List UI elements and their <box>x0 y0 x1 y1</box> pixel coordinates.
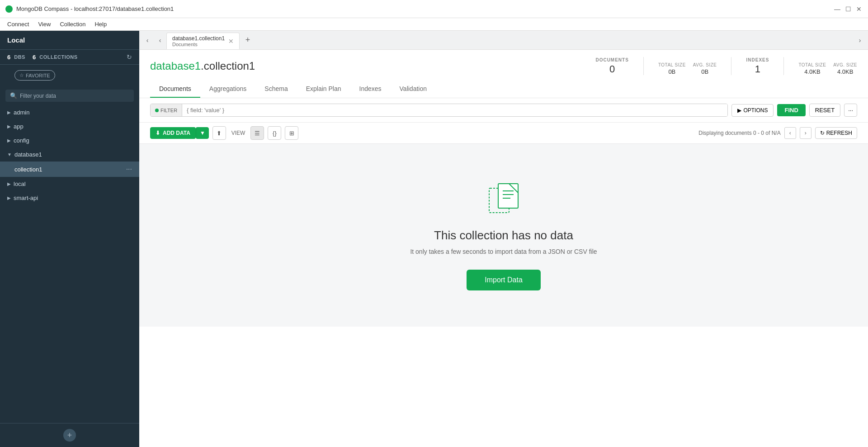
next-page-button[interactable]: › <box>800 127 811 139</box>
sidebar-item-config[interactable]: ▶ config <box>0 133 139 147</box>
filter-button[interactable]: FILTER <box>151 104 182 116</box>
collection-title-dot: . <box>201 60 204 72</box>
collection-header: database1 . collection1 DOCUMENTS 0 <box>139 50 868 98</box>
refresh-button[interactable]: ↻ REFRESH <box>815 127 857 139</box>
list-view-button[interactable]: ☰ <box>250 126 264 140</box>
tab-database1-collection1[interactable]: database1.collection1 Documents ✕ <box>166 33 240 49</box>
favorite-button[interactable]: ☆ FAVORITE <box>14 70 55 81</box>
stat-doc-sizes: TOTAL SIZE 0B AVG. SIZE 0B <box>658 62 717 75</box>
sidebar-item-collection1[interactable]: collection1 ··· <box>0 162 139 177</box>
collection-db-name: database1 <box>150 60 201 72</box>
documents-label: DOCUMENTS <box>595 57 628 62</box>
view-toolbar: ⬇ ADD DATA ▼ ⬆ VIEW ☰ {} ⊞ Dis <box>139 123 868 144</box>
index-avg-size-value: 4.0KB <box>837 68 853 75</box>
view-label: VIEW <box>231 130 245 136</box>
chevron-down-icon: ▼ <box>7 152 12 157</box>
stat-divider-1 <box>643 57 644 75</box>
add-data-dropdown-button[interactable]: ▼ <box>196 127 209 139</box>
collection-coll-name: collection1 <box>204 60 255 72</box>
upload-icon: ⬆ <box>217 130 222 137</box>
maximize-button[interactable]: ☐ <box>844 5 852 13</box>
chevron-right-icon: ▶ <box>7 110 11 115</box>
tab-close-button[interactable]: ✕ <box>228 38 234 45</box>
import-data-button[interactable]: Import Data <box>467 270 541 290</box>
db-name-config: config <box>14 137 29 144</box>
table-view-button[interactable]: ⊞ <box>285 126 298 140</box>
search-box: 🔍 <box>5 90 134 102</box>
reset-button[interactable]: RESET <box>809 104 840 117</box>
tab-indexes[interactable]: Indexes <box>350 81 391 98</box>
table-icon: ⊞ <box>289 130 294 137</box>
collection-stats: DOCUMENTS 0 TOTAL SIZE 0B AVG. SIZE <box>595 57 857 75</box>
chevron-right-icon: ▶ <box>737 107 741 114</box>
content-area: ‹ ‹ database1.collection1 Documents ✕ + … <box>139 31 868 447</box>
sidebar-item-admin[interactable]: ▶ admin <box>0 105 139 119</box>
close-button[interactable]: ✕ <box>855 5 863 13</box>
more-options-button[interactable]: ··· <box>844 104 857 117</box>
main-layout: Local 6 DBS 6 COLLECTIONS ↻ ☆ FAVORITE 🔍… <box>0 31 868 447</box>
empty-state-title: This collection has no data <box>434 228 573 243</box>
tab-schema[interactable]: Schema <box>255 81 297 98</box>
menu-connect[interactable]: Connect <box>4 20 33 29</box>
menu-view[interactable]: View <box>34 20 54 29</box>
tab-nav-right[interactable]: › <box>854 37 866 44</box>
code-icon: {} <box>273 130 277 137</box>
tab-documents[interactable]: Documents <box>150 81 200 98</box>
collection-name-collection1: collection1 <box>14 166 42 173</box>
tab-nav-left[interactable]: ‹ <box>141 31 154 49</box>
stat-index-sizes: TOTAL SIZE 4.0KB AVG. SIZE 4.0KB <box>798 62 857 75</box>
sidebar-item-local[interactable]: ▶ local <box>0 177 139 191</box>
json-view-button[interactable]: {} <box>268 126 281 140</box>
documents-value: 0 <box>609 63 615 75</box>
total-size-value: 0B <box>668 68 675 75</box>
app-icon <box>5 5 13 13</box>
chevron-right-icon: ▶ <box>7 195 11 200</box>
list-icon: ☰ <box>255 130 260 137</box>
filter-input[interactable] <box>182 104 727 116</box>
import-file-button[interactable]: ⬆ <box>212 126 226 140</box>
download-icon: ⬇ <box>156 130 160 136</box>
stat-divider-3 <box>783 57 784 75</box>
filter-indicator <box>155 109 159 112</box>
menu-collection[interactable]: Collection <box>56 20 89 29</box>
svg-rect-1 <box>498 184 518 208</box>
sidebar-item-app[interactable]: ▶ app <box>0 119 139 133</box>
menu-help[interactable]: Help <box>91 20 110 29</box>
collection-options-icon[interactable]: ··· <box>126 165 132 173</box>
db-name-admin: admin <box>14 109 29 116</box>
db-name-local: local <box>14 181 26 187</box>
avg-size-label: AVG. SIZE <box>693 62 717 67</box>
sidebar: Local 6 DBS 6 COLLECTIONS ↻ ☆ FAVORITE 🔍… <box>0 31 139 447</box>
window-title: MongoDB Compass - localhost:27017/databa… <box>16 5 830 12</box>
minimize-button[interactable]: — <box>834 5 841 13</box>
sidebar-item-database1[interactable]: ▼ database1 <box>0 147 139 162</box>
displaying-text: Displaying documents 0 - 0 of N/A <box>698 130 780 136</box>
stat-indexes: INDEXES 1 <box>746 57 769 75</box>
dbs-label: DBS <box>14 54 25 60</box>
new-tab-button[interactable]: + <box>241 31 254 49</box>
document-tabs: Documents Aggregations Schema Explain Pl… <box>150 81 857 98</box>
tab-sub-label: Documents <box>172 42 225 47</box>
total-size-label: TOTAL SIZE <box>658 62 686 67</box>
search-input[interactable] <box>20 93 129 99</box>
add-data-button[interactable]: ⬇ ADD DATA <box>150 127 196 139</box>
index-total-size-value: 4.0KB <box>804 68 820 75</box>
stat-documents: DOCUMENTS 0 <box>595 57 628 75</box>
refresh-databases-icon[interactable]: ↻ <box>127 53 132 61</box>
tab-nav-left2[interactable]: ‹ <box>154 31 166 49</box>
favorite-area: ☆ FAVORITE <box>0 65 139 86</box>
tab-explain-plan[interactable]: Explain Plan <box>297 81 350 98</box>
avg-size-value: 0B <box>701 68 708 75</box>
add-database-button[interactable]: + <box>63 429 76 442</box>
tab-validation[interactable]: Validation <box>391 81 436 98</box>
empty-state: This collection has no data It only take… <box>139 144 868 327</box>
index-total-size-label: TOTAL SIZE <box>798 62 826 67</box>
collection-title-row: database1 . collection1 DOCUMENTS 0 <box>150 57 857 75</box>
tab-bar: ‹ ‹ database1.collection1 Documents ✕ + … <box>139 31 868 50</box>
find-button[interactable]: FIND <box>777 104 805 116</box>
prev-page-button[interactable]: ‹ <box>784 127 796 139</box>
options-button[interactable]: ▶ OPTIONS <box>731 104 774 117</box>
sidebar-item-smart-api[interactable]: ▶ smart-api <box>0 191 139 205</box>
tab-aggregations[interactable]: Aggregations <box>200 81 256 98</box>
index-avg-size-label: AVG. SIZE <box>833 62 857 67</box>
